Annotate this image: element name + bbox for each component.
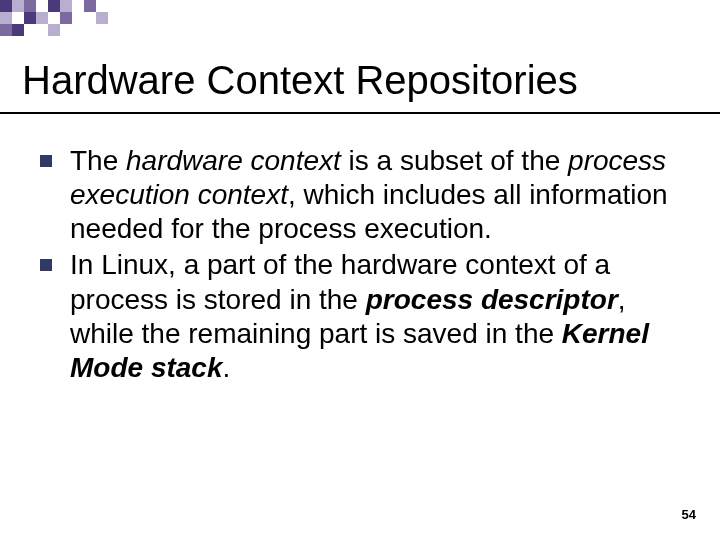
- svg-rect-13: [48, 24, 60, 36]
- svg-rect-1: [12, 0, 24, 12]
- svg-rect-10: [96, 12, 108, 24]
- svg-rect-5: [84, 0, 96, 12]
- square-bullet-icon: [40, 259, 52, 271]
- corner-decoration: [0, 0, 180, 36]
- bullet-text: In Linux, a part of the hardware context…: [70, 249, 649, 382]
- svg-rect-8: [36, 12, 48, 24]
- bullet-item: The hardware context is a subset of the …: [40, 144, 690, 246]
- svg-rect-4: [60, 0, 72, 12]
- svg-rect-7: [24, 12, 36, 24]
- svg-rect-3: [48, 0, 60, 12]
- page-number: 54: [682, 507, 696, 522]
- svg-rect-12: [12, 24, 24, 36]
- title-rule: [0, 112, 720, 114]
- svg-rect-2: [24, 0, 36, 12]
- slide-title: Hardware Context Repositories: [22, 58, 698, 103]
- svg-rect-11: [0, 24, 12, 36]
- svg-rect-9: [60, 12, 72, 24]
- bullet-item: In Linux, a part of the hardware context…: [40, 248, 690, 385]
- svg-rect-6: [0, 12, 12, 24]
- svg-rect-0: [0, 0, 12, 12]
- slide-body: The hardware context is a subset of the …: [40, 144, 690, 387]
- bullet-text: The hardware context is a subset of the …: [70, 145, 668, 244]
- square-bullet-icon: [40, 155, 52, 167]
